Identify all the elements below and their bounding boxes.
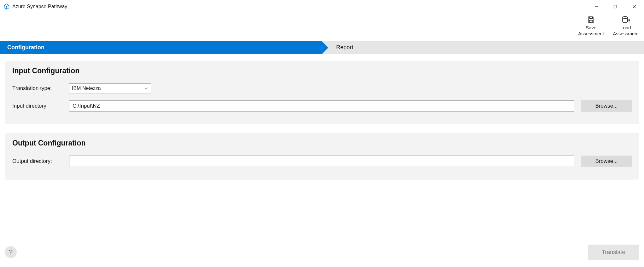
translation-type-value: IBM Netezza [72,86,101,91]
wizard-step-configuration[interactable]: Configuration [0,41,322,54]
wizard-step-label: Report [322,44,353,51]
load-label-line2: Assessment [613,31,639,36]
close-button[interactable] [625,0,644,13]
output-browse-button[interactable]: Browse... [581,156,632,167]
wizard-step-label: Configuration [0,44,44,51]
svg-point-8 [623,16,627,19]
panel-title: Output Configuration [12,139,632,147]
content-area: Input Configuration Translation type: IB… [0,54,644,180]
input-directory-label: Input directory: [12,103,69,109]
svg-rect-7 [589,20,593,22]
input-directory-field[interactable] [69,100,574,112]
translation-type-select[interactable]: IBM Netezza [69,83,151,93]
save-label-line2: Assessment [578,31,604,36]
save-icon [587,15,595,24]
toolbar: Save Assessment Load Assessment [0,13,644,41]
translation-type-row: Translation type: IBM Netezza [12,83,632,93]
translate-button[interactable]: Translate [588,245,639,260]
chevron-down-icon [144,86,148,90]
save-assessment-button[interactable]: Save Assessment [577,15,605,37]
titlebar-left: Azure Synapse Pathway [3,3,67,10]
svg-rect-3 [614,5,617,8]
titlebar: Azure Synapse Pathway [0,0,644,13]
input-directory-row: Input directory: Browse... [12,100,632,112]
save-label-line1: Save [586,25,596,30]
wizard-step-report[interactable]: Report [322,41,353,54]
minimize-button[interactable] [587,0,606,13]
help-button[interactable]: ? [5,246,17,258]
load-label-line1: Load [620,25,631,30]
output-directory-row: Output directory: Browse... [12,156,632,167]
output-configuration-panel: Output Configuration Output directory: B… [5,133,639,180]
output-directory-field[interactable] [69,156,574,167]
footer: ? Translate [0,241,644,267]
input-configuration-panel: Input Configuration Translation type: IB… [5,61,639,124]
load-assessment-button[interactable]: Load Assessment [612,15,640,37]
panel-title: Input Configuration [12,67,632,75]
maximize-button[interactable] [606,0,625,13]
wizard-steps: Configuration Report [0,41,644,54]
svg-rect-6 [590,17,593,18]
translation-type-label: Translation type: [12,85,69,92]
input-browse-button[interactable]: Browse... [581,100,632,112]
load-icon [622,15,630,24]
app-icon [3,3,10,10]
window-controls [587,0,644,13]
output-directory-label: Output directory: [12,158,69,164]
window-title: Azure Synapse Pathway [12,4,67,9]
